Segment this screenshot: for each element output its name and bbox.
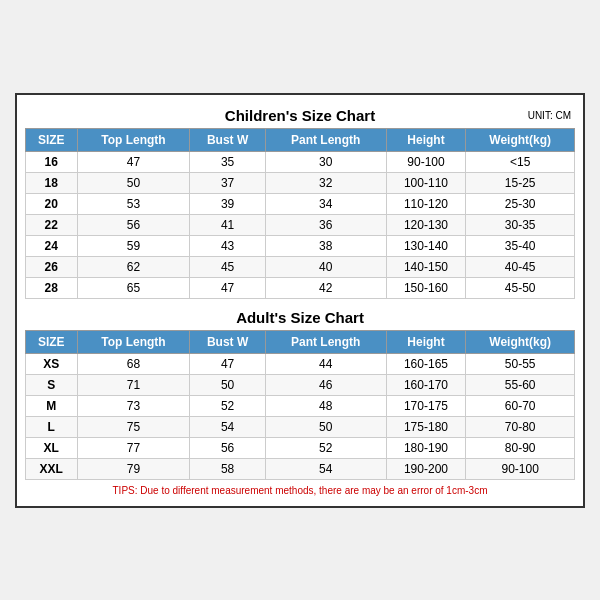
- table-cell: 50-55: [466, 353, 575, 374]
- col-top-length: Top Length: [77, 128, 190, 151]
- table-cell: 18: [26, 172, 78, 193]
- table-cell: 50: [190, 374, 265, 395]
- table-cell: 52: [190, 395, 265, 416]
- table-cell: 47: [190, 277, 265, 298]
- table-cell: 80-90: [466, 437, 575, 458]
- table-cell: 40: [265, 256, 386, 277]
- table-cell: 56: [190, 437, 265, 458]
- table-cell: 36: [265, 214, 386, 235]
- table-cell: 47: [77, 151, 190, 172]
- table-row: 18503732100-11015-25: [26, 172, 575, 193]
- table-cell: 59: [77, 235, 190, 256]
- table-cell: 16: [26, 151, 78, 172]
- table-row: L755450175-18070-80: [26, 416, 575, 437]
- adult-title: Adult's Size Chart: [25, 305, 575, 330]
- table-cell: 53: [77, 193, 190, 214]
- table-row: 28654742150-16045-50: [26, 277, 575, 298]
- table-cell: 150-160: [386, 277, 466, 298]
- table-cell: 160-170: [386, 374, 466, 395]
- table-cell: 130-140: [386, 235, 466, 256]
- table-cell: 54: [265, 458, 386, 479]
- table-row: 26624540140-15040-45: [26, 256, 575, 277]
- table-cell: 52: [265, 437, 386, 458]
- table-cell: 42: [265, 277, 386, 298]
- table-cell: XXL: [26, 458, 78, 479]
- table-cell: 30-35: [466, 214, 575, 235]
- table-cell: 50: [77, 172, 190, 193]
- table-cell: 90-100: [466, 458, 575, 479]
- table-cell: 45-50: [466, 277, 575, 298]
- table-cell: 75: [77, 416, 190, 437]
- table-cell: 26: [26, 256, 78, 277]
- table-row: 24594338130-14035-40: [26, 235, 575, 256]
- table-cell: 35: [190, 151, 265, 172]
- unit-label: UNIT: CM: [528, 110, 571, 121]
- table-cell: 140-150: [386, 256, 466, 277]
- table-cell: 37: [190, 172, 265, 193]
- table-cell: 41: [190, 214, 265, 235]
- table-cell: 43: [190, 235, 265, 256]
- table-cell: 24: [26, 235, 78, 256]
- table-cell: 54: [190, 416, 265, 437]
- adult-col-weight: Weight(kg): [466, 330, 575, 353]
- children-header-row: SIZE Top Length Bust W Pant Length Heigh…: [26, 128, 575, 151]
- table-cell: 62: [77, 256, 190, 277]
- col-pant-length: Pant Length: [265, 128, 386, 151]
- table-cell: 15-25: [466, 172, 575, 193]
- table-row: XS684744160-16550-55: [26, 353, 575, 374]
- table-cell: 71: [77, 374, 190, 395]
- table-cell: 38: [265, 235, 386, 256]
- table-cell: 32: [265, 172, 386, 193]
- table-cell: 56: [77, 214, 190, 235]
- table-row: XL775652180-19080-90: [26, 437, 575, 458]
- table-cell: 39: [190, 193, 265, 214]
- table-cell: 47: [190, 353, 265, 374]
- adult-title-text: Adult's Size Chart: [236, 309, 364, 326]
- tips-text: TIPS: Due to different measurement metho…: [25, 480, 575, 498]
- chart-container: Children's Size Chart UNIT: CM SIZE Top …: [15, 93, 585, 508]
- col-bust-w: Bust W: [190, 128, 265, 151]
- children-title-text: Children's Size Chart: [225, 107, 375, 124]
- table-cell: 175-180: [386, 416, 466, 437]
- table-cell: 28: [26, 277, 78, 298]
- table-cell: 110-120: [386, 193, 466, 214]
- adult-col-pant-length: Pant Length: [265, 330, 386, 353]
- table-cell: 90-100: [386, 151, 466, 172]
- col-height: Height: [386, 128, 466, 151]
- table-cell: 55-60: [466, 374, 575, 395]
- table-row: 20533934110-12025-30: [26, 193, 575, 214]
- adult-col-top-length: Top Length: [77, 330, 190, 353]
- table-cell: 22: [26, 214, 78, 235]
- table-cell: 25-30: [466, 193, 575, 214]
- table-cell: 60-70: [466, 395, 575, 416]
- table-cell: 48: [265, 395, 386, 416]
- col-size: SIZE: [26, 128, 78, 151]
- table-cell: 73: [77, 395, 190, 416]
- table-cell: M: [26, 395, 78, 416]
- table-cell: 190-200: [386, 458, 466, 479]
- table-cell: 100-110: [386, 172, 466, 193]
- children-tbody: 1647353090-100<1518503732100-11015-25205…: [26, 151, 575, 298]
- table-cell: 180-190: [386, 437, 466, 458]
- table-cell: XS: [26, 353, 78, 374]
- table-cell: 65: [77, 277, 190, 298]
- table-cell: 45: [190, 256, 265, 277]
- table-row: 22564136120-13030-35: [26, 214, 575, 235]
- table-cell: <15: [466, 151, 575, 172]
- children-title: Children's Size Chart UNIT: CM: [25, 103, 575, 128]
- adult-col-bust-w: Bust W: [190, 330, 265, 353]
- table-cell: 35-40: [466, 235, 575, 256]
- table-cell: 50: [265, 416, 386, 437]
- table-row: XXL795854190-20090-100: [26, 458, 575, 479]
- children-table: SIZE Top Length Bust W Pant Length Heigh…: [25, 128, 575, 299]
- table-cell: 68: [77, 353, 190, 374]
- table-cell: 30: [265, 151, 386, 172]
- table-cell: 20: [26, 193, 78, 214]
- adult-table: SIZE Top Length Bust W Pant Length Heigh…: [25, 330, 575, 480]
- table-row: M735248170-17560-70: [26, 395, 575, 416]
- table-row: 1647353090-100<15: [26, 151, 575, 172]
- table-cell: 170-175: [386, 395, 466, 416]
- table-cell: S: [26, 374, 78, 395]
- table-row: S715046160-17055-60: [26, 374, 575, 395]
- table-cell: 34: [265, 193, 386, 214]
